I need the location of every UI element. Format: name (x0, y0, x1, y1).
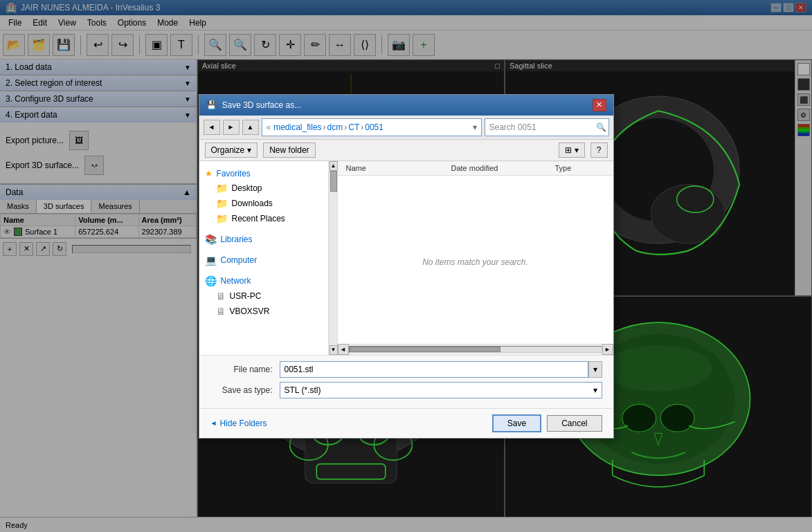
recent-folder-icon: 📁 (216, 213, 228, 224)
horizontal-scrollbar[interactable]: ◄ ► (338, 344, 613, 355)
tree-scrollbar: ▲ ▼ (329, 161, 337, 355)
breadcrumb-sep-2: › (344, 122, 347, 132)
scroll-down-button[interactable]: ▼ (330, 345, 338, 355)
nav-downloads[interactable]: 📁 Downloads (202, 196, 325, 211)
save-dialog: 💾 Save 3D surface as... ✕ ◄ ► ▲ « medica… (199, 94, 614, 439)
libraries-header[interactable]: 📚 Libraries (202, 232, 325, 247)
hide-folders-button[interactable]: ◄ Hide Folders (210, 419, 267, 428)
empty-message: No items match your search. (422, 257, 528, 267)
usr-pc-icon: 🖥 (216, 291, 226, 302)
nav-up-button[interactable]: ▲ (242, 120, 259, 135)
libraries-label: Libraries (221, 235, 253, 244)
network-icon: 🌐 (205, 275, 217, 286)
col-type-header[interactable]: Type (552, 163, 608, 174)
filename-label: File name: (210, 365, 280, 374)
breadcrumb-separator: « (267, 122, 271, 132)
organize-dropdown-icon: ▾ (247, 145, 251, 155)
computer-header[interactable]: 💻 Computer (202, 253, 325, 268)
col-name-header[interactable]: Name (343, 163, 449, 174)
h-scroll-thumb[interactable] (350, 347, 500, 352)
scroll-up-button[interactable]: ▲ (330, 161, 338, 171)
organize-label: Organize (211, 145, 245, 155)
desktop-label: Desktop (232, 183, 262, 193)
downloads-label: Downloads (232, 199, 273, 208)
recent-label: Recent Places (232, 214, 285, 223)
dialog-body: ★ Favorites 📁 Desktop 📁 Downloads 📁 (199, 161, 613, 355)
savetype-value: STL (*.stl) (285, 385, 321, 395)
nav-recent[interactable]: 📁 Recent Places (202, 211, 325, 226)
dialog-titlebar: 💾 Save 3D surface as... ✕ (199, 95, 613, 116)
dialog-toolbar: Organize ▾ New folder ⊞ ▾ ? (199, 140, 613, 161)
downloads-folder-icon: 📁 (216, 198, 228, 209)
nav-tree: ★ Favorites 📁 Desktop 📁 Downloads 📁 (199, 161, 329, 355)
computer-icon: 💻 (205, 255, 217, 266)
file-column-headers: Name Date modified Type (338, 161, 613, 176)
vboxsvr-icon: 🖥 (216, 306, 226, 317)
desktop-folder-icon: 📁 (216, 183, 228, 194)
search-icon: 🔍 (596, 122, 606, 132)
new-folder-button[interactable]: New folder (263, 143, 315, 158)
breadcrumb-sep-1: › (323, 122, 326, 132)
dialog-nav: ◄ ► ▲ « medical_files › dcm › CT › 0051 … (199, 116, 613, 140)
scroll-thumb[interactable] (330, 171, 337, 192)
savetype-label: Save as type: (210, 385, 280, 395)
hide-folders-label: Hide Folders (219, 419, 267, 428)
new-folder-label: New folder (269, 145, 309, 155)
filename-row: File name: ▾ (210, 361, 602, 378)
libraries-folder-icon: 📚 (205, 234, 217, 245)
usr-pc-label: USR-PC (230, 291, 262, 301)
savetype-dropdown[interactable]: STL (*.stl) ▾ (280, 382, 602, 398)
search-input[interactable] (489, 122, 593, 132)
file-content: No items match your search. (338, 176, 613, 349)
favorites-section: ★ Favorites 📁 Desktop 📁 Downloads 📁 (202, 167, 325, 226)
breadcrumb: « medical_files › dcm › CT › 0051 ▾ (262, 118, 482, 136)
computer-label: Computer (221, 255, 258, 265)
network-label: Network (221, 276, 251, 286)
dialog-fields: File name: ▾ Save as type: STL (*.stl) ▾ (199, 355, 613, 408)
computer-section: 💻 Computer (202, 253, 325, 268)
libraries-section: 📚 Libraries (202, 232, 325, 247)
savetype-row: Save as type: STL (*.stl) ▾ (210, 382, 602, 398)
cancel-button[interactable]: Cancel (547, 415, 602, 432)
modal-overlay: 💾 Save 3D surface as... ✕ ◄ ► ▲ « medica… (0, 0, 812, 532)
nav-back-button[interactable]: ◄ (204, 120, 220, 135)
dialog-title: Save 3D surface as... (222, 100, 302, 110)
breadcrumb-0051[interactable]: 0051 (365, 122, 384, 132)
star-icon: ★ (205, 169, 213, 178)
search-box: 🔍 (485, 118, 609, 136)
nav-desktop[interactable]: 📁 Desktop (202, 181, 325, 196)
favorites-header[interactable]: ★ Favorites (202, 167, 325, 181)
help-button[interactable]: ? (590, 143, 608, 158)
breadcrumb-medical[interactable]: medical_files (273, 122, 321, 132)
network-section: 🌐 Network 🖥 USR-PC 🖥 VBOXSVR (202, 273, 325, 319)
breadcrumb-dropdown-icon[interactable]: ▾ (473, 122, 477, 132)
dialog-close-button[interactable]: ✕ (593, 99, 606, 111)
breadcrumb-dcm[interactable]: dcm (327, 122, 343, 132)
nav-usr-pc[interactable]: 🖥 USR-PC (202, 288, 325, 304)
network-header[interactable]: 🌐 Network (202, 273, 325, 288)
hide-arrow-icon: ◄ (210, 419, 217, 427)
scroll-track (330, 171, 337, 345)
nav-vboxsvr[interactable]: 🖥 VBOXSVR (202, 304, 325, 319)
breadcrumb-sep-3: › (361, 122, 363, 132)
save-button[interactable]: Save (492, 414, 541, 432)
file-area: Name Date modified Type No items match y… (338, 161, 613, 355)
filename-dropdown-button[interactable]: ▾ (588, 361, 602, 378)
breadcrumb-ct[interactable]: CT (348, 122, 359, 132)
h-scroll-left[interactable]: ◄ (338, 344, 349, 355)
savetype-dropdown-icon: ▾ (593, 385, 597, 395)
favorites-label: Favorites (217, 169, 251, 178)
view-button[interactable]: ⊞ ▾ (559, 143, 584, 158)
filename-input[interactable] (280, 361, 588, 378)
nav-forward-button[interactable]: ► (223, 120, 240, 135)
col-date-header[interactable]: Date modified (449, 163, 552, 174)
h-scroll-track[interactable] (349, 346, 602, 353)
dialog-buttons: ◄ Hide Folders Save Cancel (199, 408, 613, 438)
organize-button[interactable]: Organize ▾ (205, 143, 258, 158)
h-scroll-right[interactable]: ► (602, 344, 613, 355)
vboxsvr-label: VBOXSVR (230, 306, 270, 316)
dialog-title-icon: 💾 (206, 100, 217, 110)
